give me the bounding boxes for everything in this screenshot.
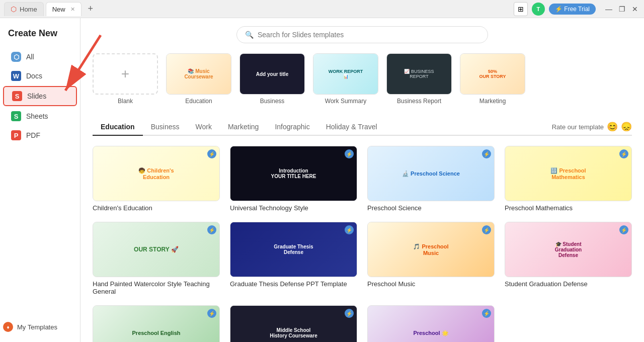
premium-badge-universal: ⚡ (345, 149, 354, 158)
premium-badge: ⚡ (207, 149, 216, 158)
template-name-childrens-education: Children's Education (93, 204, 220, 212)
add-tab-button[interactable]: + (84, 2, 98, 16)
template-name-universal-technology: Universal Technology Style (230, 204, 357, 212)
sidebar-label-sheets: Sheets (26, 112, 48, 120)
template-card-preschool-science[interactable]: 🔬 Preschool Science ⚡ Preschool Science (367, 146, 495, 212)
premium-badge-preschool-b: ⚡ (482, 309, 491, 318)
template-card-childrens-education[interactable]: 🧒 Children'sEducation ⚡ Children's Educa… (93, 146, 220, 212)
sidebar-label-docs: Docs (26, 72, 42, 80)
quick-template-marketing[interactable]: 50%OUR STORY Marketing (460, 53, 525, 105)
template-thumb-history-courseware: Middle SchoolHistory Courseware ⚡ (230, 305, 357, 342)
sidebar: Create New ⬡ All W Docs S Slides S Sheet… (0, 18, 80, 342)
sheets-icon: S (11, 111, 21, 121)
sidebar-label-pdf: PDF (26, 131, 40, 139)
quick-thumb-blank: + (93, 53, 158, 95)
template-thumb-preschool-b: Preschool 🌟 ⚡ (367, 305, 495, 342)
template-thumb-childrens-education: 🧒 Children'sEducation ⚡ (93, 146, 220, 201)
cat-tab-education[interactable]: Education (93, 119, 143, 136)
quick-template-education[interactable]: 📚 MusicCourseware Education (166, 53, 231, 105)
rate-label: Rate our template (552, 123, 604, 131)
tab-new-label: New (52, 6, 65, 13)
sidebar-item-sheets[interactable]: S Sheets (3, 107, 77, 125)
quick-thumb-marketing: 50%OUR STORY (460, 53, 525, 95)
cat-tab-holiday-travel[interactable]: Holiday & Travel (318, 119, 385, 136)
template-card-preschool-english[interactable]: Preschool English ⚡ Preschool English (93, 305, 220, 342)
pdf-icon: P (11, 130, 21, 140)
template-thumb-universal-technology: IntroductionYOUR TITLE HERE ⚡ (230, 146, 357, 201)
quick-template-business[interactable]: Add your title Business (239, 53, 305, 105)
template-thumb-preschool-science: 🔬 Preschool Science ⚡ (367, 146, 495, 201)
my-templates-icon: ♦ (3, 322, 13, 332)
close-button[interactable]: ✕ (630, 4, 640, 14)
template-card-grad-thesis[interactable]: Graduate ThesisDefense ⚡ Graduate Thesis… (230, 222, 357, 295)
template-card-history-courseware[interactable]: Middle SchoolHistory Courseware ⚡ Middle… (230, 305, 357, 342)
premium-badge-preschool-math: ⚡ (619, 149, 628, 158)
restore-button[interactable]: ❐ (617, 4, 627, 14)
sidebar-item-slides[interactable]: S Slides (3, 86, 77, 106)
template-thumb-hand-painted: OUR STORY 🚀 ⚡ (93, 222, 220, 277)
search-bar: 🔍 (236, 26, 488, 43)
rate-happy-icon[interactable]: 😊 (607, 121, 618, 132)
cat-tab-work[interactable]: Work (187, 119, 219, 136)
template-name-preschool-mathematics: Preschool Mathematics (505, 204, 632, 212)
all-icon: ⬡ (11, 52, 21, 62)
template-card-student-grad[interactable]: 🎓 StudentGraduationDefense ⚡ Student Gra… (505, 222, 632, 295)
tab-home[interactable]: ⬡ Home (4, 2, 44, 16)
premium-badge-preschool-science: ⚡ (482, 149, 491, 158)
avatar: T (532, 3, 545, 16)
template-card-preschool-mathematics[interactable]: 🔢 PreschoolMathematics ⚡ Preschool Mathe… (505, 146, 632, 212)
premium-badge-grad-thesis: ⚡ (345, 225, 354, 234)
quick-label-business: Business (260, 98, 285, 105)
sidebar-label-all: All (26, 53, 34, 61)
template-name-grad-thesis: Graduate Thesis Defense PPT Template (230, 280, 357, 288)
sidebar-item-docs[interactable]: W Docs (3, 67, 77, 85)
cat-tab-marketing[interactable]: Marketing (220, 119, 267, 136)
template-thumb-preschool-english: Preschool English ⚡ (93, 305, 220, 342)
search-icon: 🔍 (245, 31, 254, 39)
premium-badge-preschool-music: ⚡ (482, 225, 491, 234)
quick-label-work-summary: Work Summary (325, 98, 366, 105)
template-name-hand-painted: Hand Painted Watercolor Style Teaching G… (93, 280, 220, 295)
cat-tab-infographic[interactable]: Infographic (267, 119, 317, 136)
my-templates-item[interactable]: ♦ My Templates (0, 318, 80, 336)
cat-tab-business[interactable]: Business (143, 119, 188, 136)
quick-template-business-report[interactable]: 📈 BUSINESSREPORT Business Report (386, 53, 452, 105)
category-tabs: Education Business Work Marketing Infogr… (93, 119, 632, 136)
premium-badge-history: ⚡ (345, 309, 354, 318)
docs-icon: W (11, 71, 21, 81)
create-new-label: Create New (0, 24, 80, 47)
template-card-universal-technology[interactable]: IntroductionYOUR TITLE HERE ⚡ Universal … (230, 146, 357, 212)
layout-button[interactable]: ⊞ (514, 2, 528, 16)
sidebar-label-slides: Slides (27, 92, 46, 100)
template-thumb-preschool-music: 🎵 PreschoolMusic ⚡ (367, 222, 495, 277)
minimize-button[interactable]: — (604, 4, 614, 14)
template-card-preschool-music[interactable]: 🎵 PreschoolMusic ⚡ Preschool Music (367, 222, 495, 295)
template-thumb-grad-thesis: Graduate ThesisDefense ⚡ (230, 222, 357, 277)
slides-icon: S (12, 91, 22, 101)
quick-template-blank[interactable]: + Blank (93, 53, 158, 105)
rate-template: Rate our template 😊 😞 (552, 121, 632, 132)
rate-sad-icon[interactable]: 😞 (621, 121, 632, 132)
app-body: Create New ⬡ All W Docs S Slides S Sheet… (0, 18, 644, 342)
search-input[interactable] (258, 31, 479, 39)
main-content: 🔍 + Blank 📚 MusicCourseware Education (80, 18, 644, 342)
quick-label-education: Education (185, 98, 212, 105)
close-tab-icon[interactable]: ✕ (70, 6, 75, 13)
quick-label-marketing: Marketing (479, 98, 506, 105)
quick-template-work-summary[interactable]: WORK REPORT📊 Work Summary (313, 53, 378, 105)
premium-badge-student-grad: ⚡ (619, 225, 628, 234)
quick-templates-row: + Blank 📚 MusicCourseware Education Add … (93, 53, 632, 107)
template-card-preschool-b[interactable]: Preschool 🌟 ⚡ Preschool (367, 305, 495, 342)
free-trial-button[interactable]: ⚡ Free Trial (549, 4, 596, 15)
sidebar-item-pdf[interactable]: P PDF (3, 126, 77, 144)
template-thumb-preschool-mathematics: 🔢 PreschoolMathematics ⚡ (505, 146, 632, 201)
quick-thumb-education: 📚 MusicCourseware (166, 53, 231, 95)
tab-home-label: Home (20, 6, 37, 13)
tab-new[interactable]: New ✕ (46, 2, 82, 16)
sidebar-item-all[interactable]: ⬡ All (3, 48, 77, 66)
premium-badge-hand-painted: ⚡ (207, 225, 216, 234)
home-app-icon: ⬡ (11, 5, 17, 13)
premium-badge-preschool-eng: ⚡ (207, 309, 216, 318)
title-bar-right: ⊞ T ⚡ Free Trial — ❐ ✕ (514, 2, 640, 16)
template-card-hand-painted[interactable]: OUR STORY 🚀 ⚡ Hand Painted Watercolor St… (93, 222, 220, 295)
